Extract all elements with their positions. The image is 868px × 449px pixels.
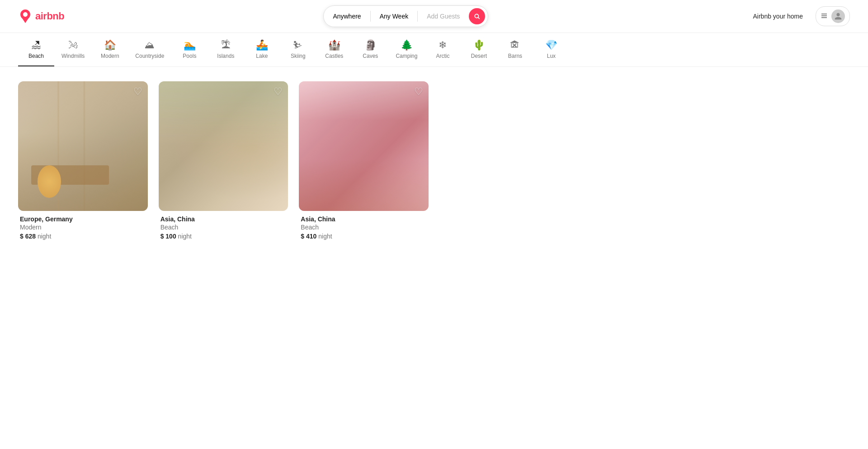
listing-type: Modern — [20, 224, 146, 231]
any-week-button[interactable]: Any Week — [371, 6, 418, 27]
category-label-lux: Lux — [547, 53, 556, 59]
skiing-icon: ⛷ — [293, 40, 303, 50]
category-label-caves: Caves — [363, 53, 378, 59]
listing-card[interactable]: ♡ Asia, China Beach $ 100 night — [159, 81, 288, 240]
wishlist-button[interactable]: ♡ — [414, 87, 423, 97]
camping-icon: 🌲 — [401, 40, 413, 50]
search-bar: Anywhere Any Week Add Guests — [323, 5, 488, 27]
listing-info: Europe, Germany Modern $ 628 night — [18, 211, 148, 240]
category-label-arctic: Arctic — [436, 53, 449, 59]
svg-point-0 — [475, 14, 479, 18]
category-label-barns: Barns — [508, 53, 522, 59]
wishlist-button[interactable]: ♡ — [133, 87, 142, 97]
host-link[interactable]: Airbnb your home — [747, 9, 808, 23]
category-item-modern[interactable]: 🏠 Modern — [92, 40, 128, 66]
category-item-lux[interactable]: 💎 Lux — [533, 40, 569, 66]
category-label-desert: Desert — [471, 53, 487, 59]
category-item-arctic[interactable]: ❄ Arctic — [425, 40, 461, 66]
category-label-pools: Pools — [183, 53, 196, 59]
category-item-castles[interactable]: 🏰 Castles — [316, 40, 352, 66]
listing-info: Asia, China Beach $ 100 night — [159, 211, 288, 240]
category-item-pools[interactable]: 🏊 Pools — [171, 40, 208, 66]
category-item-camping[interactable]: 🌲 Camping — [388, 40, 425, 66]
listing-price: $ 628 night — [20, 233, 146, 240]
listing-card[interactable]: ♡ Asia, China Beach $ 410 night — [299, 81, 429, 240]
barns-icon: 🏚 — [510, 40, 520, 50]
category-item-islands[interactable]: 🏝 Islands — [208, 40, 244, 66]
menu-button[interactable] — [816, 6, 850, 26]
beach-icon: 🏖 — [31, 40, 41, 50]
listing-price: $ 100 night — [160, 233, 287, 240]
desert-icon: 🌵 — [473, 40, 485, 50]
listing-info: Asia, China Beach $ 410 night — [299, 211, 429, 240]
hamburger-icon — [821, 12, 828, 21]
listings-grid: ♡ Europe, Germany Modern $ 628 night ♡ A… — [0, 67, 868, 254]
listing-image — [18, 81, 148, 211]
listing-type: Beach — [301, 224, 427, 231]
category-label-modern: Modern — [101, 53, 119, 59]
category-label-lake: Lake — [256, 53, 268, 59]
category-item-lake[interactable]: 🚣 Lake — [244, 40, 280, 66]
listing-image — [159, 81, 288, 211]
category-label-beach: Beach — [28, 53, 44, 59]
avatar — [831, 9, 845, 23]
lake-icon: 🚣 — [256, 40, 268, 50]
listing-location: Europe, Germany — [20, 215, 146, 223]
listing-image-container: ♡ — [159, 81, 288, 211]
category-label-islands: Islands — [217, 53, 234, 59]
countryside-icon: ⛰ — [145, 40, 155, 50]
caves-icon: 🗿 — [364, 40, 377, 50]
listing-price: $ 410 night — [301, 233, 427, 240]
listing-card[interactable]: ♡ Europe, Germany Modern $ 628 night — [18, 81, 148, 240]
listings-main: ♡ Europe, Germany Modern $ 628 night ♡ A… — [0, 67, 868, 254]
add-guests-button[interactable]: Add Guests — [418, 6, 469, 27]
wishlist-button[interactable]: ♡ — [274, 87, 283, 97]
category-label-skiing: Skiing — [291, 53, 306, 59]
category-label-castles: Castles — [325, 53, 343, 59]
category-item-beach[interactable]: 🏖 Beach — [18, 40, 54, 66]
windmills-icon: 🌬 — [68, 40, 78, 50]
airbnb-logo-icon — [18, 9, 33, 23]
category-item-skiing[interactable]: ⛷ Skiing — [280, 40, 316, 66]
listing-location: Asia, China — [160, 215, 287, 223]
pools-icon: 🏊 — [184, 40, 196, 50]
category-label-camping: Camping — [396, 53, 417, 59]
search-icon — [474, 13, 480, 19]
category-item-windmills[interactable]: 🌬 Windmills — [54, 40, 92, 66]
islands-icon: 🏝 — [221, 40, 231, 50]
anywhere-button[interactable]: Anywhere — [324, 6, 370, 27]
listing-type: Beach — [160, 224, 287, 231]
right-nav: Airbnb your home — [747, 6, 850, 26]
lux-icon: 💎 — [545, 40, 557, 50]
category-item-barns[interactable]: 🏚 Barns — [497, 40, 533, 66]
arctic-icon: ❄ — [439, 40, 447, 50]
listing-image — [299, 81, 429, 211]
listing-location: Asia, China — [301, 215, 427, 223]
category-nav: 🏖 Beach 🌬 Windmills 🏠 Modern ⛰ Countrysi… — [0, 33, 868, 67]
category-label-countryside: Countryside — [135, 53, 164, 59]
modern-icon: 🏠 — [104, 40, 116, 50]
listing-image-container: ♡ — [18, 81, 148, 211]
search-button[interactable] — [469, 8, 485, 24]
category-item-countryside[interactable]: ⛰ Countryside — [128, 40, 171, 66]
castles-icon: 🏰 — [328, 40, 340, 50]
logo-text: airbnb — [35, 10, 64, 22]
logo[interactable]: airbnb — [18, 9, 64, 23]
header: airbnb Anywhere Any Week Add Guests Airb… — [0, 0, 868, 33]
category-item-caves[interactable]: 🗿 Caves — [352, 40, 388, 66]
category-item-desert[interactable]: 🌵 Desert — [461, 40, 497, 66]
listing-image-container: ♡ — [299, 81, 429, 211]
svg-line-1 — [478, 18, 480, 19]
category-label-windmills: Windmills — [61, 53, 85, 59]
